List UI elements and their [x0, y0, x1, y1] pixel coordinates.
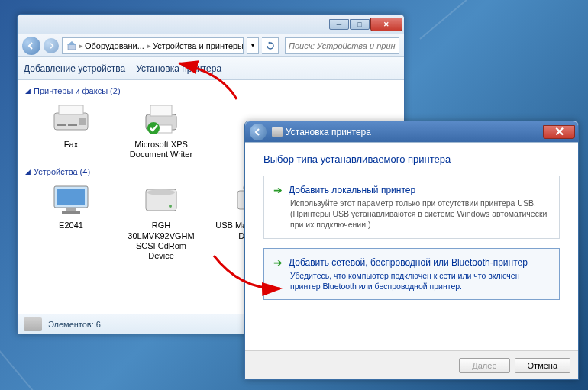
option-desc: Используйте этот параметр только при отс… — [290, 198, 550, 230]
wizard-title: Установка принтера — [272, 127, 542, 137]
svg-rect-5 — [79, 118, 86, 125]
printer-icon — [137, 100, 186, 137]
breadcrumb-seg1[interactable]: Оборудовани... — [83, 41, 147, 50]
wizard-title-text: Установка принтера — [286, 127, 371, 137]
wizard-body: Выбор типа устанавливаемого принтера ➔ Д… — [245, 143, 578, 320]
close-button[interactable]: ✕ — [370, 18, 402, 31]
section-title: Устройства (4) — [34, 167, 90, 176]
collapse-icon: ◢ — [25, 87, 31, 95]
search-box[interactable] — [285, 37, 399, 54]
svg-rect-12 — [66, 208, 76, 211]
arrow-right-icon: ➔ — [273, 184, 283, 196]
svg-rect-13 — [62, 211, 80, 214]
titlebar: ─ □ ✕ — [18, 15, 404, 34]
device-label: Fax — [33, 140, 109, 150]
svg-rect-3 — [57, 124, 66, 126]
svg-rect-4 — [68, 124, 77, 126]
device-label: RGH 30LMVK92VGHM SCSI CdRom Device — [123, 221, 199, 261]
wizard-window: Установка принтера ✕ Выбор типа устанавл… — [244, 121, 579, 380]
cancel-button[interactable]: Отмена — [515, 358, 570, 373]
option-title: Добавить сетевой, беспроводной или Bluet… — [289, 257, 528, 268]
wizard-heading: Выбор типа устанавливаемого принтера — [263, 153, 560, 165]
maximize-button[interactable]: □ — [350, 19, 370, 30]
arrow-right-icon: ➔ — [273, 256, 283, 269]
wizard-titlebar: Установка принтера ✕ — [245, 121, 578, 143]
svg-rect-11 — [57, 189, 85, 205]
svg-point-15 — [147, 189, 175, 195]
printer-icon — [272, 127, 283, 137]
device-xps[interactable]: Microsoft XPS Document Writer — [123, 100, 199, 160]
device-label: E2041 — [33, 221, 109, 230]
svg-rect-0 — [68, 44, 76, 50]
navbar: ▸ Оборудовани... ▸ Устройства и принтеры… — [18, 34, 404, 57]
option-local-printer[interactable]: ➔ Добавить локальный принтер Используйте… — [263, 176, 560, 239]
option-title: Добавить локальный принтер — [289, 185, 415, 195]
device-fax[interactable]: Fax — [33, 100, 109, 160]
minimize-button[interactable]: ─ — [329, 19, 349, 30]
refresh-button[interactable] — [262, 37, 279, 54]
breadcrumb-seg2[interactable]: Устройства и принтеры — [151, 41, 244, 50]
drive-icon — [137, 181, 186, 218]
svg-point-16 — [169, 205, 172, 208]
wizard-back-button[interactable] — [250, 124, 267, 140]
toolbar: Добавление устройства Установка принтера — [18, 57, 404, 80]
section-title: Принтеры и факсы (2) — [34, 86, 121, 95]
monitor-icon — [47, 181, 95, 218]
wizard-footer: Далее Отмена — [245, 350, 578, 379]
nav-forward-button[interactable] — [44, 38, 59, 53]
device-hdd[interactable]: RGH 30LMVK92VGHM SCSI CdRom Device — [123, 181, 199, 261]
nav-back-button[interactable] — [22, 37, 40, 55]
statusbar-icon — [24, 317, 42, 331]
status-text: Элементов: 6 — [48, 320, 101, 329]
section-printers[interactable]: ◢ Принтеры и факсы (2) — [25, 86, 396, 95]
search-input[interactable] — [289, 41, 396, 50]
fax-icon — [47, 100, 95, 137]
option-network-printer[interactable]: ➔ Добавить сетевой, беспроводной или Blu… — [263, 248, 560, 300]
wizard-close-button[interactable]: ✕ — [543, 125, 575, 139]
option-desc: Убедитесь, что компьютер подключен к сет… — [290, 270, 550, 292]
svg-rect-7 — [150, 105, 172, 116]
device-monitor[interactable]: E2041 — [33, 181, 109, 261]
breadcrumb-home-icon[interactable] — [66, 41, 79, 50]
next-button[interactable]: Далее — [459, 358, 509, 373]
breadcrumb[interactable]: ▸ Оборудовани... ▸ Устройства и принтеры — [62, 37, 244, 54]
breadcrumb-dropdown[interactable]: ▾ — [247, 37, 259, 54]
svg-rect-2 — [59, 105, 83, 114]
device-label: Microsoft XPS Document Writer — [123, 140, 199, 160]
add-printer-button[interactable]: Установка принтера — [136, 63, 221, 74]
collapse-icon: ◢ — [25, 168, 31, 176]
add-device-button[interactable]: Добавление устройства — [24, 63, 125, 74]
